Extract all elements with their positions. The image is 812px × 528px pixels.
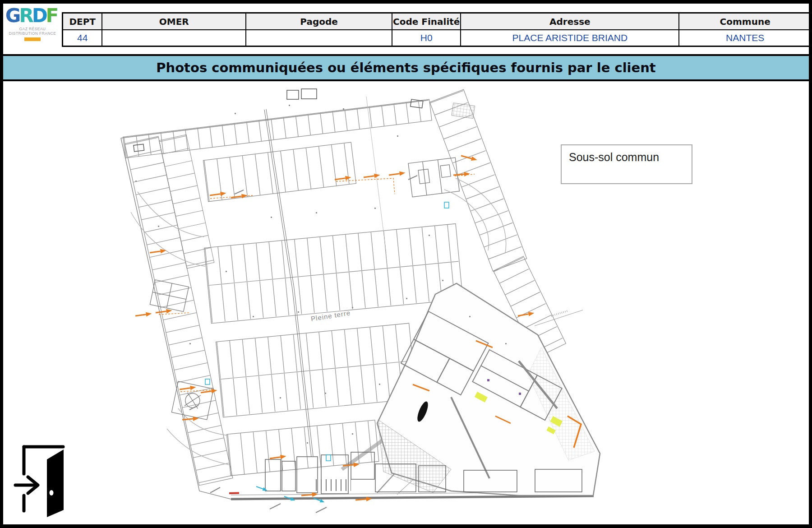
lift-shaft-boxes — [134, 89, 423, 152]
plan-area: Pleine terre — [0, 81, 812, 524]
hatch-block-top-right — [452, 103, 475, 118]
value-code-finalite: H0 — [392, 30, 461, 46]
ground-label: Pleine terre — [310, 309, 351, 323]
exit-door-icon[interactable] — [12, 442, 67, 518]
header-table-labels: DEPT OMER Pagode Code Finalité Adresse C… — [63, 13, 812, 30]
page-border-bottom — [0, 524, 812, 528]
plan-caption-box: Sous-sol commun — [561, 144, 692, 184]
document-page: GRDF GAZ RÉSEAU DISTRIBUTION FRANCE DEPT… — [0, 0, 812, 528]
page-border-left — [0, 0, 3, 528]
logo-orange-bar — [24, 37, 41, 41]
value-adresse: PLACE ARISTIDE BRIAND — [461, 30, 679, 46]
col-label-dept: DEPT — [63, 13, 102, 30]
stall-band-b — [204, 224, 463, 324]
stall-band-left — [125, 130, 260, 486]
header-table-values: 44 H0 PLACE ARISTIDE BRIAND NANTES — [63, 30, 812, 46]
grdf-logo: GRDF GAZ RÉSEAU DISTRIBUTION FRANCE — [3, 5, 62, 48]
annotation-line — [535, 310, 583, 326]
grdf-logo-letters: GRDF — [3, 5, 62, 26]
grdf-logo-subtitle: GAZ RÉSEAU DISTRIBUTION FRANCE — [3, 27, 62, 36]
header-table: DEPT OMER Pagode Code Finalité Adresse C… — [62, 12, 812, 47]
page-border-right — [809, 0, 812, 528]
plan-caption-label: Sous-sol commun — [569, 151, 692, 164]
red-mark — [229, 492, 239, 494]
value-pagode — [246, 30, 392, 46]
stall-band-right — [430, 89, 527, 271]
col-label-code-finalite: Code Finalité — [392, 13, 461, 30]
stall-band-d — [227, 420, 379, 476]
col-label-omer: OMER — [102, 13, 246, 30]
value-omer — [102, 30, 246, 46]
page-border-top — [0, 0, 812, 4]
section-banner: Photos communiquées ou éléments spécifiq… — [0, 54, 812, 81]
technical-block-mid — [408, 157, 459, 197]
col-label-pagode: Pagode — [246, 13, 392, 30]
banner-title: Photos communiquées ou éléments spécifiq… — [156, 60, 655, 75]
stall-band-a — [203, 142, 356, 202]
stall-band-top — [123, 99, 432, 158]
exit-door-icon-graphic — [12, 442, 67, 518]
value-dept: 44 — [63, 30, 102, 46]
col-label-adresse: Adresse — [461, 13, 679, 30]
value-commune: NANTES — [679, 30, 811, 46]
col-label-commune: Commune — [679, 13, 811, 30]
